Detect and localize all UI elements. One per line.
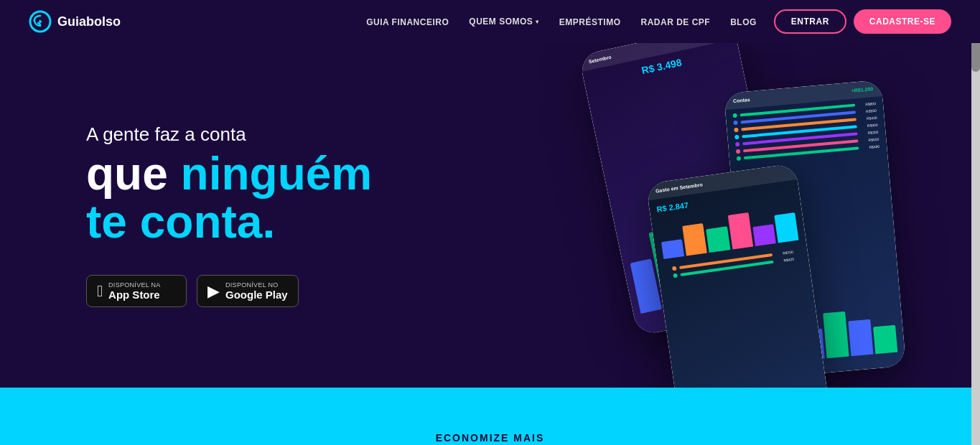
appstore-small-label: Disponível na (108, 281, 161, 289)
play-icon: ▶ (207, 282, 220, 301)
logo[interactable]: Guiabolso (29, 10, 121, 33)
hero-title: que ninguém te conta. (86, 150, 395, 246)
nav-item-radar[interactable]: RADAR DE CPF (640, 15, 710, 28)
nav-item-blog[interactable]: BLOG (730, 15, 757, 28)
chevron-down-icon: ▾ (536, 19, 539, 25)
entrar-button[interactable]: ENTRAR (774, 9, 846, 34)
hero-title-white: que (86, 148, 181, 200)
scrollbar[interactable] (971, 0, 980, 445)
svg-point-1 (39, 20, 42, 23)
google-play-button[interactable]: ▶ Disponível no Google Play (197, 275, 299, 307)
googleplay-big-label: Google Play (225, 289, 288, 301)
app-store-button[interactable]:  Disponível na App Store (86, 275, 187, 307)
apple-icon:  (97, 282, 103, 301)
cyan-section: ECONOMIZE MAIS (0, 388, 980, 445)
nav-item-emprestimo[interactable]: EMPRÉSTIMO (559, 15, 621, 28)
hero-content: A gente faz a conta que ninguém te conta… (0, 95, 395, 336)
logo-icon (29, 10, 52, 33)
logo-text: Guiabolso (57, 14, 121, 29)
googleplay-small-label: Disponível no (225, 281, 288, 289)
appstore-big-label: App Store (108, 289, 161, 301)
cadastre-button[interactable]: CADASTRE-SE (854, 9, 951, 34)
nav-item-quem[interactable]: QUEM SOMOS ▾ (469, 17, 539, 27)
nav-buttons: ENTRAR CADASTRE-SE (774, 9, 951, 34)
nav-links: GUIA FINANCEIRO QUEM SOMOS ▾ EMPRÉSTIMO … (366, 15, 757, 28)
nav-item-guia[interactable]: GUIA FINANCEIRO (366, 15, 449, 28)
phone-mockups: Setembro R$3.400 R$ 3.498 Contas (477, 43, 980, 388)
economize-label: ECONOMIZE MAIS (436, 432, 545, 444)
hero-subtitle: A gente faz a conta (86, 123, 395, 146)
navbar: Guiabolso GUIA FINANCEIRO QUEM SOMOS ▾ E… (0, 0, 980, 43)
hero-section: A gente faz a conta que ninguém te conta… (0, 43, 980, 388)
store-buttons:  Disponível na App Store ▶ Disponível n… (86, 275, 395, 307)
